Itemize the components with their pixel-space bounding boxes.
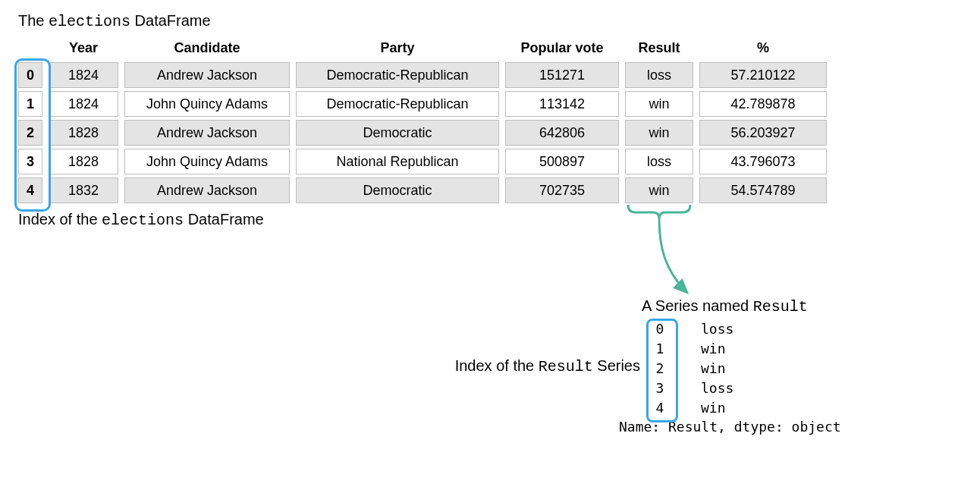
cell-vote: 113142 [505, 91, 619, 117]
index-cell: 4 [18, 177, 42, 203]
index-caption: Index of the elections DataFrame [18, 211, 962, 229]
series-value-cell: loss [671, 321, 784, 337]
series-box: A Series named Result 0loss1win2win3loss… [649, 297, 841, 435]
cell-result: win [625, 177, 693, 203]
cell-percent: 42.789878 [699, 91, 827, 117]
series-row: 4win [649, 397, 841, 417]
col-party: Party [296, 36, 499, 59]
col-year: Year [49, 36, 118, 59]
dataframe-table: Year Candidate Party Popular vote Result… [18, 36, 962, 203]
series-title-prefix: A Series named [642, 297, 753, 314]
cell-year: 1824 [49, 62, 118, 88]
cell-percent: 57.210122 [699, 62, 827, 88]
index-caption-code: elections [102, 212, 184, 229]
cell-candidate: John Quincy Adams [124, 91, 290, 117]
title-prefix: The [18, 12, 49, 29]
table-row: 21828Andrew JacksonDemocratic642806win56… [18, 120, 962, 146]
cell-percent: 56.203927 [699, 120, 827, 146]
col-percent: % [699, 36, 827, 59]
cell-vote: 500897 [505, 149, 619, 174]
cell-vote: 642806 [505, 120, 619, 146]
series-value-cell: win [671, 400, 784, 416]
cell-candidate: Andrew Jackson [124, 120, 290, 146]
cell-year: 1824 [49, 91, 118, 117]
cell-vote: 702735 [505, 177, 619, 203]
table-row: 11824John Quincy AdamsDemocratic-Republi… [18, 91, 962, 117]
cell-candidate: Andrew Jackson [124, 62, 290, 88]
series-block: Index of the Result Series A Series name… [443, 297, 962, 435]
col-popular-vote: Popular vote [505, 36, 619, 59]
series-value-cell: win [671, 341, 784, 356]
table-row: 01824Andrew JacksonDemocratic-Republican… [18, 62, 962, 88]
series-index-label-suffix: Series [593, 357, 640, 374]
cell-result: loss [625, 62, 693, 88]
cell-result: win [625, 91, 693, 117]
index-cell: 3 [18, 149, 42, 174]
series-title-code: Result [753, 298, 808, 316]
series-title: A Series named Result [642, 297, 841, 316]
series-value-cell: loss [671, 380, 784, 396]
series-row: 2win [649, 358, 841, 378]
cell-percent: 54.574789 [699, 177, 827, 203]
col-candidate: Candidate [124, 36, 290, 59]
series-value-cell: win [671, 360, 784, 376]
header-row: Year Candidate Party Popular vote Result… [18, 36, 962, 59]
cell-year: 1828 [49, 120, 118, 146]
series-index-label-code: Result [539, 358, 593, 375]
cell-result: win [625, 120, 693, 146]
index-cell: 2 [18, 120, 42, 146]
cell-candidate: John Quincy Adams [124, 149, 290, 174]
cell-party: Democratic-Republican [296, 91, 499, 117]
series-index-cell: 3 [649, 380, 671, 396]
cell-percent: 43.796073 [699, 149, 827, 174]
index-caption-suffix: DataFrame [184, 211, 264, 228]
series-index-cell: 1 [649, 341, 671, 356]
table-row: 31828John Quincy AdamsNational Republica… [18, 149, 962, 174]
table-row: 41832Andrew JacksonDemocratic702735win54… [18, 177, 962, 203]
cell-party: Democratic [296, 177, 499, 203]
series-index-label-prefix: Index of the [455, 357, 539, 374]
cell-year: 1828 [49, 149, 118, 174]
cell-candidate: Andrew Jackson [124, 177, 290, 203]
dataframe-title: The elections DataFrame [18, 12, 962, 30]
index-caption-prefix: Index of the [18, 211, 102, 228]
cell-party: Democratic [296, 120, 499, 146]
index-cell: 1 [18, 91, 42, 117]
cell-year: 1832 [49, 177, 118, 203]
series-row: 1win [649, 338, 841, 358]
cell-result: loss [625, 149, 693, 174]
series-index-cell: 0 [649, 321, 671, 337]
cell-party: National Republican [296, 149, 499, 174]
series-index-cell: 2 [649, 360, 671, 376]
index-cell: 0 [18, 62, 42, 88]
series-index-cell: 4 [649, 400, 671, 416]
series-row: 0loss [649, 319, 841, 338]
series-row: 3loss [649, 378, 841, 397]
series-index-label: Index of the Result Series [443, 357, 649, 375]
title-code: elections [49, 13, 130, 30]
cell-party: Democratic-Republican [296, 62, 499, 88]
cell-vote: 151271 [505, 62, 619, 88]
col-result: Result [625, 36, 693, 59]
title-suffix: DataFrame [130, 12, 211, 29]
diagram-stage: The elections DataFrame Year Candidate P… [18, 12, 962, 435]
series-repr-footer: Name: Result, dtype: object [619, 419, 841, 435]
header-index-blank [18, 36, 42, 59]
